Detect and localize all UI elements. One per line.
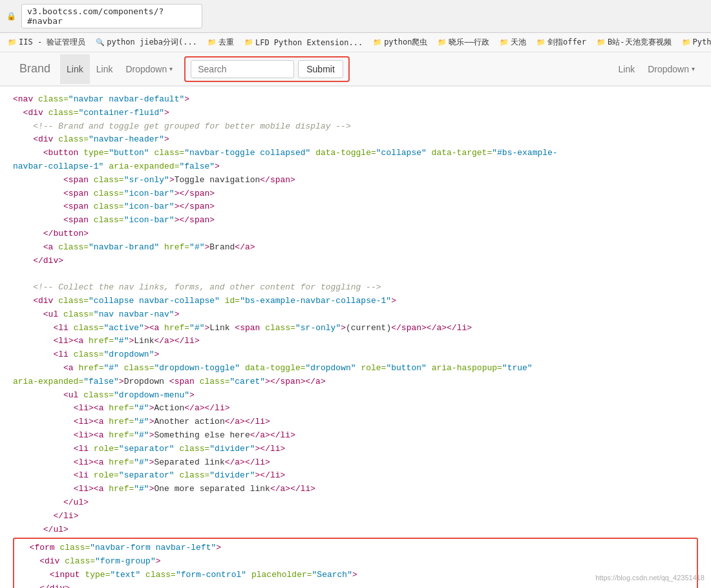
dropdown-button-1[interactable]: Dropdown ▾ (119, 54, 179, 84)
code-line-20: aria-expanded="false">Dropdown <span cla… (13, 375, 698, 389)
code-line-28: <li><a href="#">One more separated link<… (13, 483, 698, 496)
hl-line-2: <div class="form-group"> (19, 555, 692, 569)
bookmark-tianchi[interactable]: 📁 天池 (496, 36, 530, 49)
demo-navbar: Brand Link Link Dropdown ▾ Submit Link D… (0, 52, 711, 87)
bookmark-folder-icon3: 📁 (244, 38, 253, 47)
code-line-18: <li class="dropdown"> (13, 348, 698, 362)
bookmark-spider[interactable]: 📁 python爬虫 (369, 36, 431, 49)
code-line-25: <li role="separator" class="divider"></l… (13, 443, 698, 456)
code-line-5b: navbar-collapse-1" aria-expanded="false"… (13, 160, 698, 174)
nav-brand[interactable]: Brand (10, 52, 60, 85)
hl-line-1: <form class="navbar-form navbar-left"> (19, 541, 692, 555)
code-line-5: <button type="button" class="navbar-togg… (13, 147, 698, 160)
nav-links-left: Link Link Dropdown ▾ (60, 54, 179, 84)
code-line-26: <li><a href="#">Separated link</a></li> (13, 456, 698, 470)
nav-right-dropdown-item[interactable]: Dropdown ▾ (641, 54, 701, 84)
dropdown-caret-icon: ▾ (169, 65, 173, 72)
submit-button[interactable]: Submit (298, 60, 343, 78)
code-line-3: <!-- Brand and toggle get grouped for be… (13, 120, 698, 134)
code-line-19: <a href="#" class="dropdown-toggle" data… (13, 362, 698, 375)
bookmark-folder-icon9: 📁 (682, 38, 691, 47)
code-line-15: <ul class="nav navbar-nav"> (13, 308, 698, 322)
search-input[interactable] (191, 60, 294, 78)
code-line-21: <ul class="dropdown-menu"> (13, 389, 698, 403)
code-line-23: <li><a href="#">Another action</a></li> (13, 415, 698, 429)
code-line-24: <li><a href="#">Something else here</a><… (13, 429, 698, 443)
navbar-search-form: Submit (184, 56, 350, 82)
code-line-16: <li class="active"><a href="#">Link <spa… (13, 322, 698, 335)
code-area: <nav class="navbar navbar-default"> <div… (0, 87, 711, 588)
nav-link-1[interactable]: Link (60, 54, 90, 84)
code-line-14: <div class="collapse navbar-collapse" id… (13, 295, 698, 308)
bookmark-search-icon: 🔍 (96, 38, 105, 47)
bookmark-folder-icon5: 📁 (438, 38, 447, 47)
code-line-31: </ul> (13, 523, 698, 537)
code-line-4: <div class="navbar-header"> (13, 133, 698, 147)
bookmark-folder-icon4: 📁 (373, 38, 382, 47)
bookmark-xiaole[interactable]: 📁 晓乐——行政 (434, 36, 493, 49)
bookmark-dedup[interactable]: 📁 去重 (204, 36, 238, 49)
code-line-17: <li><a href="#">Link</a></li> (13, 335, 698, 348)
code-line-7: <span class="icon-bar"></span> (13, 187, 698, 201)
code-line-2: <div class="container-fluid"> (13, 107, 698, 120)
nav-link-item-2[interactable]: Link (90, 54, 120, 84)
bookmark-python-dev[interactable]: 📁 Python开发工程... (678, 36, 711, 49)
bookmark-bilibili[interactable]: 📁 B站-天池竞赛视频 (593, 36, 675, 49)
code-line-6: <span class="sr-only">Toggle navigation<… (13, 174, 698, 187)
nav-link-2[interactable]: Link (90, 54, 120, 84)
watermark: https://blog.csdn.net/qq_42351418 (595, 574, 705, 582)
code-line-8: <span class="icon-bar"></span> (13, 200, 698, 214)
bookmark-folder-icon8: 📁 (597, 38, 606, 47)
bookmark-folder-icon2: 📁 (207, 38, 217, 47)
code-line-22: <li><a href="#">Action</a></li> (13, 402, 698, 415)
bookmark-jieba[interactable]: 🔍 python jieba分词(... (92, 36, 201, 49)
code-line-blank (13, 268, 698, 281)
bookmark-folder-icon6: 📁 (500, 38, 509, 47)
code-line-1: <nav class="navbar navbar-default"> (13, 93, 698, 107)
bookmark-iis[interactable]: 📁 IIS - 验证管理员 (4, 36, 89, 49)
code-line-12: </div> (13, 255, 698, 268)
dropdown-button-right[interactable]: Dropdown ▾ (641, 54, 701, 84)
lock-icon: 🔒 (6, 12, 16, 21)
code-line-11: <a class="navbar-brand" href="#">Brand</… (13, 241, 698, 255)
nav-link-item-1[interactable]: Link (60, 54, 90, 84)
bookmarks-bar: 📁 IIS - 验证管理员 🔍 python jieba分词(... 📁 去重 … (0, 33, 711, 52)
hl-line-4: </div> (19, 582, 692, 588)
nav-dropdown-item-1[interactable]: Dropdown ▾ (119, 54, 179, 84)
code-line-9: <span class="icon-bar"></span> (13, 214, 698, 227)
code-line-30: </li> (13, 510, 698, 523)
nav-links-right: Link Dropdown ▾ (611, 54, 701, 84)
dropdown-caret-right-icon: ▾ (692, 65, 695, 72)
bookmark-folder-icon7: 📁 (536, 38, 546, 47)
code-line-13: <!-- Collect the nav links, forms, and o… (13, 281, 698, 295)
bookmark-lfd[interactable]: 📁 LFD Python Extension... (240, 37, 366, 48)
nav-links-right-list: Link Dropdown ▾ (611, 54, 701, 84)
bookmark-jianzhioffer[interactable]: 📁 剑指offer (533, 36, 590, 49)
hl-line-3: <input type="text" class="form-control" … (19, 569, 692, 582)
url-bar[interactable]: v3.bootcss.com/components/?#navbar (21, 4, 202, 28)
code-line-10: </button> (13, 227, 698, 241)
nav-right-link-item[interactable]: Link (611, 54, 641, 84)
code-line-27: <li role="separator" class="divider"></l… (13, 469, 698, 483)
bookmark-folder-icon: 📁 (8, 38, 17, 47)
nav-right-link[interactable]: Link (611, 54, 641, 84)
browser-bar: 🔒 v3.bootcss.com/components/?#navbar (0, 0, 711, 33)
code-line-29: </ul> (13, 496, 698, 510)
